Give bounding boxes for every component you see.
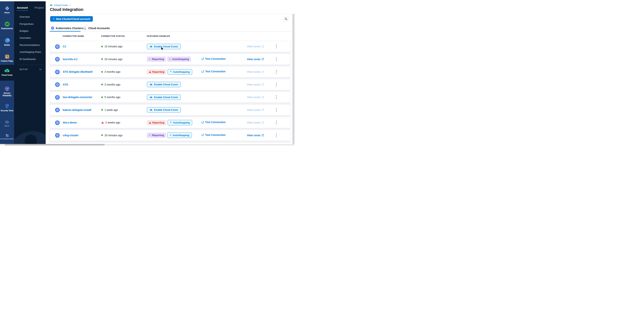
kubernetes-icon <box>55 44 60 49</box>
add-autostopping-button[interactable]: + AutoStopping <box>168 120 192 125</box>
connector-name-link[interactable]: test-K8s-CJ <box>63 58 101 61</box>
table-row: STO 3 months ago $ Enable Cloud Costs <box>50 79 290 90</box>
enable-cloud-costs-button[interactable]: $ Enable Cloud Costs <box>147 82 181 87</box>
tab-cloud-accounts[interactable]: Cloud Accounts <box>83 25 110 32</box>
row-menu-button[interactable] <box>275 120 278 125</box>
module-item-help[interactable]: ? HELP <box>0 121 14 127</box>
connector-name-link[interactable]: docs-demo <box>63 121 101 124</box>
new-cluster-cloud-account-button[interactable]: + New Cluster/Cloud account <box>50 16 93 22</box>
enable-cloud-costs-button[interactable]: $ Enable Cloud Costs <box>147 107 181 113</box>
cloud-accounts-icon <box>83 26 87 30</box>
module-item-builds[interactable]: Builds <box>0 38 14 47</box>
vertical-scrollbar[interactable] <box>292 14 294 144</box>
sidebar-item-recommendations[interactable]: Recommendations <box>14 42 46 49</box>
view-costs-cell: View costs <box>247 70 275 74</box>
page-title: Cloud Integration <box>50 7 84 12</box>
row-menu-cell <box>275 107 290 113</box>
view-costs-link[interactable]: View costs <box>247 58 264 61</box>
setup-section-toggle[interactable]: SETUP <box>14 68 46 72</box>
row-menu-button[interactable] <box>275 107 278 113</box>
sidebar-item-overview[interactable]: Overview <box>14 13 46 20</box>
sidebar-item-autostopping-rules[interactable]: AutoStopping Rules <box>14 49 46 56</box>
row-menu-cell <box>275 120 290 125</box>
side-nav-items: Overview Perspectives Budgets Anomalies … <box>14 13 46 63</box>
test-connection-link[interactable]: Test Connection <box>201 70 226 73</box>
refresh-icon <box>201 121 204 124</box>
view-costs-link: View costs <box>247 96 264 99</box>
breadcrumb-cloud-costs-link[interactable]: Cloud Costs <box>54 4 68 7</box>
row-menu-button[interactable] <box>275 133 278 138</box>
external-link-icon <box>262 45 264 48</box>
connector-name-link[interactable]: STO delegate dbothwell <box>63 70 101 73</box>
row-menu-button[interactable] <box>275 57 278 62</box>
view-costs-link: View costs <box>247 83 264 86</box>
test-connection-link[interactable]: Test Connection <box>201 121 226 124</box>
module-item-feature-flags[interactable]: Feature Flags <box>0 54 14 62</box>
module-item-dashboards[interactable]: DASHBOARDS <box>0 134 14 140</box>
module-item-deployments[interactable]: Deployments <box>0 21 14 30</box>
test-connection-link[interactable]: Test Connection <box>201 57 226 60</box>
sidebar-item-anomalies[interactable]: Anomalies <box>14 34 46 41</box>
cloud-dollar-icon: $ <box>150 45 153 48</box>
plus-icon: + <box>170 133 172 137</box>
sidebar-item-perspectives[interactable]: Perspectives <box>14 20 46 27</box>
add-autostopping-button[interactable]: + AutoStopping <box>167 133 192 138</box>
row-menu-button[interactable] <box>275 95 278 100</box>
sidebar-item-budgets[interactable]: Budgets <box>14 28 46 34</box>
test-connection-link[interactable]: Test Connection <box>201 133 226 136</box>
row-menu-button[interactable] <box>275 69 278 74</box>
view-costs-link[interactable]: View costs <box>247 134 264 137</box>
row-menu-button[interactable] <box>275 82 278 87</box>
refresh-icon <box>201 133 204 136</box>
test-connection-cell: Test Connection <box>201 57 247 61</box>
reporting-badge: ✓ Reporting <box>147 133 166 138</box>
module-item-service-reliability[interactable]: Service Reliability <box>0 86 14 97</box>
kubernetes-icon <box>55 120 60 125</box>
connector-name-link[interactable]: kateno-delegate-install <box>63 108 101 111</box>
module-item-security-tests[interactable]: Security Tests <box>0 103 14 112</box>
check-icon: ✓ <box>169 58 171 61</box>
connector-name-link[interactable]: cdng-cluster <box>63 134 101 137</box>
reporting-badge: ✓ Reporting <box>147 57 166 62</box>
status-text: 2 weeks ago <box>106 121 120 124</box>
table-row: kateno-delegate-install 1 week ago $ Ena… <box>50 104 290 116</box>
table-row-partial <box>50 142 290 144</box>
search-icon <box>284 18 288 21</box>
tab-project[interactable]: Project <box>34 6 44 11</box>
external-link-icon <box>262 71 264 73</box>
external-link-icon <box>262 121 264 124</box>
status-ok-dot <box>101 84 103 85</box>
features-enabled-cell: $ Enable Cloud Costs <box>147 95 201 100</box>
connector-status: 3 months ago <box>101 70 147 73</box>
row-menu-button[interactable] <box>275 44 278 49</box>
features-enabled-cell: $ Reporting + AutoStopping <box>147 120 201 125</box>
connector-name-link[interactable]: STO <box>63 83 101 86</box>
view-costs-cell: View costs <box>247 108 275 112</box>
sidebar-item-bi-dashboards[interactable]: BI Dashboards <box>14 56 46 62</box>
search-button[interactable] <box>283 16 289 22</box>
cloud-dollar-icon: $ <box>150 96 153 99</box>
enable-cloud-costs-button[interactable]: $ Enable Cloud Costs <box>147 44 181 49</box>
tab-kubernetes-clusters[interactable]: Kubernetes Clusters <box>51 25 84 32</box>
connector-name-link[interactable]: CJ <box>63 45 101 48</box>
module-item-home[interactable]: Home <box>0 6 14 14</box>
connector-tabs: Kubernetes Clusters Cloud Accounts <box>46 25 294 32</box>
horizontal-scrollbar <box>0 144 294 145</box>
add-autostopping-button[interactable]: + AutoStopping <box>168 69 192 75</box>
connector-name-link[interactable]: lavi-delegate-connector <box>63 96 101 99</box>
security-tests-icon <box>4 103 10 109</box>
side-nav-decoration <box>14 129 46 145</box>
tab-account[interactable]: Account <box>17 6 28 11</box>
status-text: 1 week ago <box>104 108 118 111</box>
check-icon: ✓ <box>149 134 151 137</box>
enable-cloud-costs-button[interactable]: $ Enable Cloud Costs <box>147 95 181 100</box>
cloud-costs-side-nav: Account Project Overview Perspectives Bu… <box>14 1 46 145</box>
plus-icon: + <box>53 17 55 21</box>
svg-text:$: $ <box>6 69 8 72</box>
horizontal-scrollbar-thumb[interactable] <box>5 144 105 145</box>
table-row: CJ 15 minutes ago $ Enable Cloud Costs <box>50 41 290 52</box>
external-link-icon <box>262 134 264 136</box>
connector-status: 20 minutes ago <box>101 58 147 61</box>
table-row: cdng-cluster 20 minutes ago $ ✓ Reportin… <box>50 130 290 141</box>
module-item-cloud-costs[interactable]: $ Cloud Costs <box>0 68 14 77</box>
